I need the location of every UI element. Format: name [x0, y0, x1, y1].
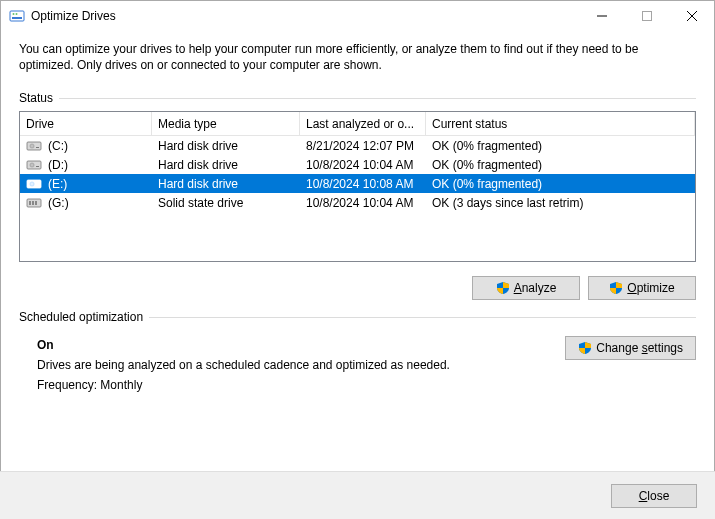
drive-name: (D:): [48, 158, 68, 172]
drive-name: (G:): [48, 196, 69, 210]
last-analyzed: 8/21/2024 12:07 PM: [300, 136, 426, 155]
last-analyzed: 10/8/2024 10:04 AM: [300, 193, 426, 212]
maximize-button: [624, 1, 669, 31]
svg-rect-21: [29, 201, 31, 205]
svg-rect-1: [12, 17, 22, 19]
svg-rect-11: [36, 147, 39, 148]
minimize-button[interactable]: [579, 1, 624, 31]
drive-icon: [26, 178, 42, 190]
sched-label-text: Scheduled optimization: [19, 310, 143, 324]
current-status: OK (0% fragmented): [426, 155, 695, 174]
drive-icon: [26, 159, 42, 171]
sched-desc: Drives are being analyzed on a scheduled…: [37, 358, 696, 372]
change-settings-button[interactable]: Change settings: [565, 336, 696, 360]
action-buttons: Analyze Optimize: [1, 262, 714, 310]
media-type: Hard disk drive: [152, 174, 300, 193]
drive-name: (E:): [48, 177, 67, 191]
svg-point-18: [31, 183, 33, 185]
sched-section-label: Scheduled optimization: [19, 310, 696, 324]
svg-rect-0: [10, 11, 24, 21]
shield-icon: [609, 281, 623, 295]
drive-icon: [26, 197, 42, 209]
svg-rect-22: [32, 201, 34, 205]
svg-point-10: [31, 145, 33, 147]
table-row[interactable]: (G:)Solid state drive10/8/2024 10:04 AMO…: [20, 193, 695, 212]
current-status: OK (3 days since last retrim): [426, 193, 695, 212]
drive-name: (C:): [48, 139, 68, 153]
current-status: OK (0% fragmented): [426, 174, 695, 193]
status-section-label: Status: [19, 91, 696, 105]
table-header: Drive Media type Last analyzed or o... C…: [20, 112, 695, 136]
svg-rect-5: [642, 12, 651, 21]
col-last[interactable]: Last analyzed or o...: [300, 112, 426, 135]
analyze-button[interactable]: Analyze: [472, 276, 580, 300]
media-type: Hard disk drive: [152, 136, 300, 155]
titlebar: Optimize Drives: [1, 1, 714, 31]
close-dialog-button[interactable]: Close: [611, 484, 697, 508]
col-media[interactable]: Media type: [152, 112, 300, 135]
footer: Close: [0, 471, 715, 519]
divider: [149, 317, 696, 318]
divider: [59, 98, 696, 99]
sched-freq: Frequency: Monthly: [37, 378, 696, 392]
media-type: Solid state drive: [152, 193, 300, 212]
current-status: OK (0% fragmented): [426, 136, 695, 155]
intro-text: You can optimize your drives to help you…: [19, 41, 696, 73]
svg-point-3: [16, 13, 18, 15]
table-row[interactable]: (D:)Hard disk drive10/8/2024 10:04 AMOK …: [20, 155, 695, 174]
svg-rect-19: [36, 185, 39, 186]
svg-point-2: [13, 13, 15, 15]
drive-icon: [26, 140, 42, 152]
status-label-text: Status: [19, 91, 53, 105]
last-analyzed: 10/8/2024 10:04 AM: [300, 155, 426, 174]
table-row[interactable]: (E:)Hard disk drive10/8/2024 10:08 AMOK …: [20, 174, 695, 193]
last-analyzed: 10/8/2024 10:08 AM: [300, 174, 426, 193]
window-controls: [579, 1, 714, 31]
svg-rect-15: [36, 166, 39, 167]
shield-icon: [496, 281, 510, 295]
svg-point-14: [31, 164, 33, 166]
col-drive[interactable]: Drive: [20, 112, 152, 135]
shield-icon: [578, 341, 592, 355]
optimize-button[interactable]: Optimize: [588, 276, 696, 300]
media-type: Hard disk drive: [152, 155, 300, 174]
close-button[interactable]: [669, 1, 714, 31]
table-row[interactable]: (C:)Hard disk drive8/21/2024 12:07 PMOK …: [20, 136, 695, 155]
drives-table[interactable]: Drive Media type Last analyzed or o... C…: [19, 111, 696, 262]
svg-rect-23: [35, 201, 37, 205]
app-icon: [9, 8, 25, 24]
window-title: Optimize Drives: [31, 9, 579, 23]
col-status[interactable]: Current status: [426, 112, 695, 135]
